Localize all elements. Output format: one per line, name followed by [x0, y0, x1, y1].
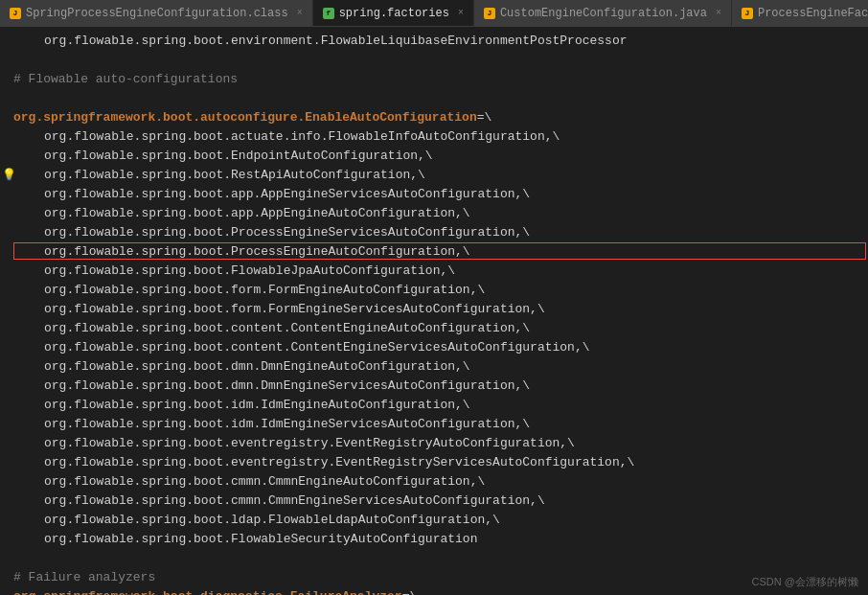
code-text: org.flowable.spring.boot.dmn.DmnEngineSe…	[13, 378, 860, 393]
code-text	[13, 91, 860, 105]
watermark: CSDN @会漂移的树懒	[752, 575, 858, 589]
code-text: org.flowable.spring.boot.RestApiAutoConf…	[13, 168, 860, 182]
code-editor: org.flowable.spring.boot.environment.Flo…	[0, 27, 868, 595]
tab-label: SpringProcessEngineConfiguration.class	[26, 7, 288, 20]
code-line-comment: # Failure analyzers	[0, 567, 868, 586]
tab-label: spring.factories	[339, 7, 449, 20]
code-line: org.flowable.spring.boot.content.Content…	[0, 337, 868, 356]
code-line	[0, 88, 868, 107]
code-text: org.flowable.spring.boot.ldap.FlowableLd…	[13, 513, 860, 527]
code-line: org.flowable.spring.boot.FlowableJpaAuto…	[0, 261, 868, 280]
tab-close-icon[interactable]: ×	[297, 8, 303, 18]
code-text: org.flowable.spring.boot.cmmn.CmmnEngine…	[13, 474, 860, 489]
code-text: org.springframework.boot.autoconfigure.E…	[13, 110, 860, 125]
code-text: org.flowable.spring.boot.app.AppEngineSe…	[13, 187, 860, 201]
code-text: org.springframework.boot.diagnostics.Fai…	[13, 589, 860, 596]
code-text: # Failure analyzers	[13, 570, 860, 584]
code-text: org.flowable.spring.boot.eventregistry.E…	[13, 455, 860, 469]
code-line-key: org.springframework.boot.autoconfigure.E…	[0, 107, 868, 126]
code-line: org.flowable.spring.boot.environment.Flo…	[0, 31, 868, 50]
code-line-comment: # Flowable auto-configurations	[0, 69, 868, 88]
code-text	[13, 551, 860, 565]
tab-bar: J SpringProcessEngineConfiguration.class…	[0, 0, 868, 27]
code-text: org.flowable.spring.boot.FlowableJpaAuto…	[13, 263, 860, 278]
code-line: org.flowable.spring.boot.form.FormEngine…	[0, 299, 868, 318]
code-text: org.flowable.spring.boot.form.FormEngine…	[13, 283, 860, 297]
code-text: org.flowable.spring.boot.cmmn.CmmnEngine…	[13, 493, 860, 508]
code-line: org.flowable.spring.boot.idm.IdmEngineSe…	[0, 414, 868, 433]
code-line: org.flowable.spring.boot.cmmn.CmmnEngine…	[0, 491, 868, 510]
java-icon: J	[742, 8, 753, 19]
code-text: org.flowable.spring.boot.app.AppEngineAu…	[13, 206, 860, 220]
code-line: org.flowable.spring.boot.idm.IdmEngineAu…	[0, 395, 868, 414]
code-text: org.flowable.spring.boot.content.Content…	[13, 340, 860, 355]
code-text: org.flowable.spring.boot.idm.IdmEngineSe…	[13, 417, 860, 431]
tab-spring-process[interactable]: J SpringProcessEngineConfiguration.class…	[0, 0, 313, 27]
code-line: org.flowable.spring.boot.dmn.DmnEngineSe…	[0, 376, 868, 395]
java-icon: J	[10, 8, 21, 19]
code-text: org.flowable.spring.boot.actuate.info.Fl…	[13, 129, 860, 144]
code-line: org.flowable.spring.boot.actuate.info.Fl…	[0, 126, 868, 146]
code-line	[0, 50, 868, 69]
code-text: org.flowable.spring.boot.environment.Flo…	[13, 34, 860, 48]
code-line: org.flowable.spring.boot.form.FormEngine…	[0, 280, 868, 299]
code-line	[0, 548, 868, 567]
gutter: 💡	[4, 168, 13, 182]
java-icon: J	[484, 8, 495, 19]
code-line: org.flowable.spring.boot.eventregistry.E…	[0, 433, 868, 452]
code-line: org.flowable.spring.boot.EndpointAutoCon…	[0, 146, 868, 165]
tab-label: CustomEngineConfiguration.java	[500, 7, 707, 20]
code-line: org.flowable.spring.boot.eventregistry.E…	[0, 452, 868, 471]
code-line-key: org.springframework.boot.diagnostics.Fai…	[0, 586, 868, 595]
code-line: org.flowable.spring.boot.dmn.DmnEngineAu…	[0, 356, 868, 376]
tab-spring-factories[interactable]: f spring.factories ×	[313, 0, 474, 27]
tab-custom-engine[interactable]: J CustomEngineConfiguration.java ×	[474, 0, 732, 27]
code-line: org.flowable.spring.boot.ProcessEngineSe…	[0, 222, 868, 241]
code-text: org.flowable.spring.boot.content.Content…	[13, 321, 860, 335]
code-line: org.flowable.spring.boot.app.AppEngineAu…	[0, 203, 868, 222]
code-text: org.flowable.spring.boot.FlowableSecurit…	[13, 532, 860, 546]
code-line: org.flowable.spring.boot.cmmn.CmmnEngine…	[0, 471, 868, 491]
code-text: org.flowable.spring.boot.idm.IdmEngineAu…	[13, 398, 860, 412]
code-text	[13, 53, 860, 67]
code-text: org.flowable.spring.boot.dmn.DmnEngineAu…	[13, 359, 860, 374]
tab-close-icon[interactable]: ×	[716, 8, 721, 18]
code-text: org.flowable.spring.boot.ProcessEngineAu…	[13, 244, 860, 259]
code-text: org.flowable.spring.boot.eventregistry.E…	[13, 436, 860, 450]
code-text: # Flowable auto-configurations	[13, 72, 860, 86]
tab-process-engine-factory[interactable]: J ProcessEngineFactoryBean.class ×	[732, 0, 868, 27]
code-line-bulb: 💡 org.flowable.spring.boot.RestApiAutoCo…	[0, 165, 868, 184]
factories-icon: f	[323, 8, 334, 19]
code-text: org.flowable.spring.boot.EndpointAutoCon…	[13, 149, 860, 163]
code-line: org.flowable.spring.boot.ldap.FlowableLd…	[0, 510, 868, 529]
code-line: org.flowable.spring.boot.FlowableSecurit…	[0, 529, 868, 548]
code-line-highlighted: org.flowable.spring.boot.ProcessEngineAu…	[0, 241, 868, 261]
code-text: org.flowable.spring.boot.ProcessEngineSe…	[13, 225, 860, 240]
code-line: org.flowable.spring.boot.app.AppEngineSe…	[0, 184, 868, 203]
tab-close-icon[interactable]: ×	[458, 8, 464, 18]
code-text: org.flowable.spring.boot.form.FormEngine…	[13, 302, 860, 316]
code-line: org.flowable.spring.boot.content.Content…	[0, 318, 868, 337]
tab-label: ProcessEngineFactoryBean.class	[758, 7, 868, 20]
